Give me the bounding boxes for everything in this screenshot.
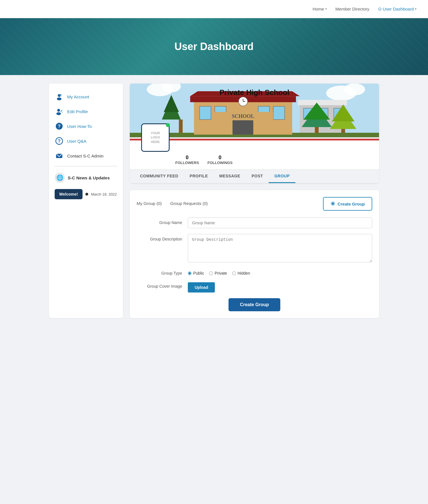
news-icon: 🌐: [55, 173, 65, 183]
radio-private-label: Private: [215, 271, 227, 275]
welcome-date: March 18, 2022: [91, 192, 117, 196]
svg-rect-5: [60, 110, 63, 112]
upload-button[interactable]: Upload: [188, 282, 215, 293]
group-cover-image-row: Group Cover Image Upload: [137, 281, 372, 293]
tab-post[interactable]: POST: [246, 170, 269, 183]
radio-public[interactable]: Public: [188, 271, 204, 275]
tab-community-feed[interactable]: COMMUNITY FEED: [134, 170, 184, 183]
nav-member-directory[interactable]: Member Directory: [336, 7, 369, 11]
navbar: Home ▾ Member Directory ⊙ User Dashboard…: [0, 0, 428, 18]
svg-text:?: ?: [58, 139, 61, 144]
sidebar-welcome: Welcome! March 18, 2022: [55, 189, 117, 199]
my-account-icon: [55, 92, 64, 101]
svg-rect-35: [298, 100, 347, 105]
tab-group[interactable]: GROUP: [269, 170, 295, 183]
create-group-btn-label: Create Group: [338, 202, 365, 206]
sidebar-item-user-qa-label: User Q&A: [67, 139, 87, 144]
sidebar-news-label: S-C News & Updates: [68, 175, 110, 180]
followers-stat: 0 FOLLOWERS: [175, 155, 199, 165]
profile-card: SCHOOL: [130, 84, 379, 183]
svg-point-4: [56, 112, 61, 115]
logo-text: YOUR LOGO HERE: [151, 131, 160, 144]
welcome-dot: [85, 193, 88, 196]
sidebar-item-contact-admin[interactable]: Contact S-C Admin: [55, 148, 117, 163]
spinner-icon: ✳: [330, 200, 335, 207]
main-content: My Account Edit Profile ?: [43, 84, 385, 318]
sidebar-item-contact-admin-label: Contact S-C Admin: [67, 154, 104, 158]
group-tab-requests[interactable]: Group Requests (0): [170, 201, 208, 207]
group-description-label: Group Description: [137, 234, 182, 241]
sidebar-item-my-account-label: My Account: [67, 94, 89, 99]
create-group-button[interactable]: ✳ Create Group: [323, 197, 372, 211]
radio-hidden[interactable]: Hidden: [232, 271, 250, 275]
group-tab-my-group[interactable]: My Group (0): [137, 201, 162, 207]
radio-public-input[interactable]: [188, 271, 192, 275]
tabs-bar: COMMUNITY FEED PROFILE MESSAGE POST GROU…: [130, 169, 379, 183]
sidebar: My Account Edit Profile ?: [49, 84, 123, 318]
right-panel: SCHOOL: [130, 84, 379, 318]
group-top-bar: My Group (0) Group Requests (0) ✳ Create…: [137, 197, 372, 211]
svg-rect-24: [200, 106, 211, 119]
sidebar-item-user-howto-label: User How-To: [67, 124, 92, 129]
svg-text:?: ?: [58, 124, 61, 129]
group-description-row: Group Description: [137, 234, 372, 262]
profile-logo: YOUR LOGO HERE: [141, 123, 170, 152]
sidebar-item-edit-profile[interactable]: Edit Profile: [55, 104, 117, 119]
online-dot: [166, 123, 170, 127]
nav-member-directory-label: Member Directory: [336, 7, 369, 11]
group-panel: My Group (0) Group Requests (0) ✳ Create…: [130, 190, 379, 318]
group-name-label: Group Name: [137, 217, 182, 225]
submit-create-group-button[interactable]: Create Group: [229, 298, 280, 311]
nav-home-label: Home: [313, 7, 324, 11]
welcome-button[interactable]: Welcome!: [55, 189, 83, 199]
sidebar-menu: My Account Edit Profile ?: [55, 89, 117, 163]
radio-private-input[interactable]: [209, 271, 213, 275]
followings-stat: 0 FOLLOWINGS: [207, 155, 232, 165]
nav-user-dashboard-chevron: ▾: [415, 7, 417, 11]
submit-row: Create Group: [137, 298, 372, 311]
svg-point-2: [60, 94, 61, 96]
svg-marker-6: [61, 112, 63, 113]
radio-hidden-label: Hidden: [238, 271, 250, 275]
nav-home[interactable]: Home ▾: [313, 7, 327, 11]
sidebar-news: 🌐 S-C News & Updates: [55, 169, 117, 186]
school-name: Private High School: [219, 88, 289, 97]
followers-label: FOLLOWERS: [175, 161, 199, 165]
sidebar-item-user-qa[interactable]: ? User Q&A: [55, 134, 117, 148]
svg-point-3: [57, 109, 60, 112]
qa-icon: ?: [55, 136, 64, 146]
contact-icon: [55, 151, 64, 160]
svg-text:SCHOOL: SCHOOL: [232, 113, 254, 119]
hero-title: User Dashboard: [174, 41, 254, 53]
sidebar-item-my-account[interactable]: My Account: [55, 89, 117, 104]
group-cover-image-label: Group Cover Image: [137, 281, 182, 289]
followings-label: FOLLOWINGS: [207, 161, 232, 165]
radio-private[interactable]: Private: [209, 271, 227, 275]
nav-user-dashboard[interactable]: ⊙ User Dashboard ▾: [378, 6, 417, 12]
group-description-input[interactable]: [188, 234, 372, 262]
svg-rect-27: [273, 106, 285, 119]
group-type-options: Public Private Hidden: [188, 268, 250, 275]
radio-hidden-input[interactable]: [232, 271, 236, 275]
howto-icon: ?: [55, 122, 64, 131]
profile-banner: SCHOOL: [130, 84, 379, 140]
sidebar-item-user-howto[interactable]: ? User How-To: [55, 119, 117, 134]
tab-message[interactable]: MESSAGE: [213, 170, 246, 183]
radio-public-label: Public: [193, 271, 204, 275]
group-name-input[interactable]: [188, 217, 372, 228]
followers-count: 0: [175, 155, 199, 161]
nav-home-chevron: ▾: [325, 7, 327, 11]
sidebar-divider: [55, 166, 117, 166]
group-name-row: Group Name: [137, 217, 372, 228]
followings-count: 0: [207, 155, 232, 161]
group-sub-tabs: My Group (0) Group Requests (0): [137, 201, 208, 207]
nav-user-dashboard-label: User Dashboard: [383, 7, 414, 11]
group-type-label: Group Type: [137, 268, 182, 275]
tab-profile[interactable]: PROFILE: [184, 170, 213, 183]
user-dashboard-icon: ⊙: [378, 6, 382, 12]
svg-rect-39: [179, 120, 183, 133]
svg-point-1: [57, 98, 61, 100]
edit-profile-icon: [55, 107, 64, 116]
sidebar-item-edit-profile-label: Edit Profile: [67, 109, 88, 114]
hero-banner: User Dashboard: [0, 18, 428, 75]
